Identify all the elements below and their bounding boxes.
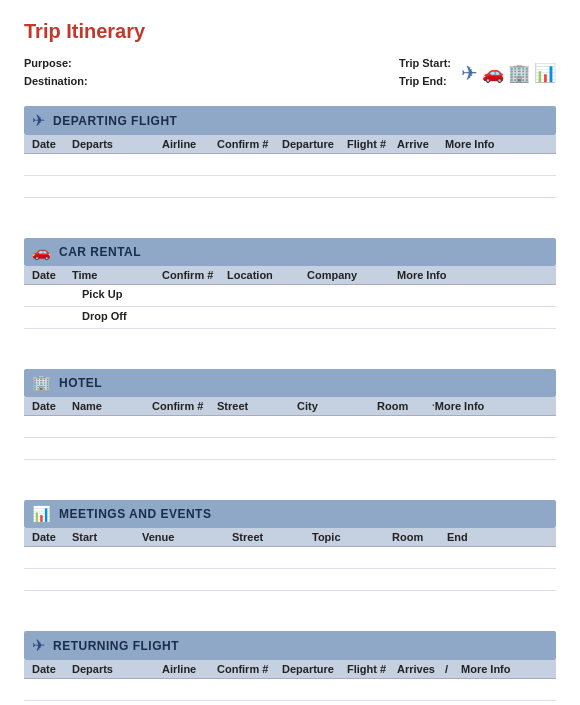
departing-row-2 [24,176,556,198]
car-rental-header: 🚗 CAR RENTAL [24,238,556,266]
car-rental-section: 🚗 CAR RENTAL Date Time Confirm # Locatio… [24,238,556,351]
hotel-col-moreinfo: More Info [435,400,548,412]
meet-col-end: End [447,531,548,543]
meta-right: Trip Start: Trip End: ✈ 🚗 🏢 📊 [399,55,556,90]
departing-row-1 [24,154,556,176]
car-col-moreinfo: More Info [397,269,548,281]
building-icon: 🏢 [508,62,530,84]
trip-dates-labels: Trip Start: Trip End: [399,55,451,90]
dep-col-moreinfo: More Info [445,138,548,150]
hotel-col-date: Date [32,400,72,412]
car-rental-title: CAR RENTAL [59,245,141,259]
dep-col-departs: Departs [72,138,162,150]
meet-col-street: Street [232,531,312,543]
returning-row-1 [24,679,556,701]
returning-row-2 [24,701,556,705]
meetings-title: MEETINGS AND EVENTS [59,507,211,521]
car-rental-icon: 🚗 [32,243,51,261]
trip-icons-row: ✈ 🚗 🏢 📊 [461,61,556,85]
returning-plane-icon: ✈ [32,636,45,655]
hotel-col-city: City [297,400,377,412]
hotel-header: 🏢 HOTEL [24,369,556,397]
departing-flight-header: ✈ DEPARTING FLIGHT [24,106,556,135]
ret-col-sep: / [445,663,461,675]
car-pickup-row: Pick Up [24,285,556,307]
departing-row-3 [24,198,556,220]
dep-col-date: Date [32,138,72,150]
car-col-confirm: Confirm # [162,269,227,281]
car-col-company: Company [307,269,397,281]
hotel-col-name: Name [72,400,152,412]
hotel-col-headers: Date Name Confirm # Street City Room · M… [24,397,556,416]
ret-col-airline: Airline [162,663,217,675]
ret-col-departure: Departure [282,663,347,675]
dep-col-departure: Departure [282,138,347,150]
hotel-row-2 [24,438,556,460]
chart-icon: 📊 [534,62,556,84]
trip-dates-row: Trip Start: Trip End: ✈ 🚗 🏢 📊 [399,55,556,90]
hotel-row-3 [24,460,556,482]
trip-end-label: Trip End: [399,75,447,87]
dep-col-confirm: Confirm # [217,138,282,150]
returning-flight-header: ✈ RETURNING FLIGHT [24,631,556,660]
ret-col-flightno: Flight # [347,663,397,675]
car-row-3 [24,329,556,351]
meetings-section: 📊 MEETINGS AND EVENTS Date Start Venue S… [24,500,556,613]
meetings-icon: 📊 [32,505,51,523]
meet-col-venue: Venue [142,531,232,543]
ret-col-confirm: Confirm # [217,663,282,675]
ret-col-arrives: Arrives [397,663,445,675]
departing-flight-section: ✈ DEPARTING FLIGHT Date Departs Airline … [24,106,556,220]
meetings-col-headers: Date Start Venue Street Topic Room End [24,528,556,547]
page-title: Trip Itinerary [24,20,556,43]
hotel-col-room: Room [377,400,432,412]
car-icon: 🚗 [482,62,504,84]
ret-col-moreinfo: More Info [461,663,548,675]
car-dropoff-row: Drop Off [24,307,556,329]
meet-col-start: Start [72,531,142,543]
meetings-row-1 [24,547,556,569]
meet-col-room: Room [392,531,447,543]
dropoff-label: Drop Off [82,310,172,325]
trip-start-label: Trip Start: [399,57,451,69]
car-col-headers: Date Time Confirm # Location Company Mor… [24,266,556,285]
dep-col-airline: Airline [162,138,217,150]
hotel-section: 🏢 HOTEL Date Name Confirm # Street City … [24,369,556,482]
departing-plane-icon: ✈ [32,111,45,130]
meta-section: Purpose: Destination: Trip Start: Trip E… [24,55,556,90]
meet-col-topic: Topic [312,531,392,543]
hotel-row-1 [24,416,556,438]
returning-flight-section: ✈ RETURNING FLIGHT Date Departs Airline … [24,631,556,705]
car-col-location: Location [227,269,307,281]
destination-label: Destination: [24,75,88,87]
returning-flight-title: RETURNING FLIGHT [53,639,179,653]
hotel-col-street: Street [217,400,297,412]
car-col-date: Date [32,269,72,281]
meetings-header: 📊 MEETINGS AND EVENTS [24,500,556,528]
ret-col-date: Date [32,663,72,675]
purpose-label: Purpose: [24,57,72,69]
plane-icon: ✈ [461,61,478,85]
hotel-title: HOTEL [59,376,102,390]
returning-col-headers: Date Departs Airline Confirm # Departure… [24,660,556,679]
meet-col-date: Date [32,531,72,543]
dep-col-flightno: Flight # [347,138,397,150]
car-col-time: Time [72,269,162,281]
pickup-label: Pick Up [82,288,172,303]
meta-left: Purpose: Destination: [24,55,88,90]
hotel-col-confirm: Confirm # [152,400,217,412]
hotel-icon: 🏢 [32,374,51,392]
departing-col-headers: Date Departs Airline Confirm # Departure… [24,135,556,154]
meetings-row-3 [24,591,556,613]
meetings-row-2 [24,569,556,591]
dep-col-arrive: Arrive [397,138,445,150]
departing-flight-title: DEPARTING FLIGHT [53,114,177,128]
ret-col-departs: Departs [72,663,162,675]
